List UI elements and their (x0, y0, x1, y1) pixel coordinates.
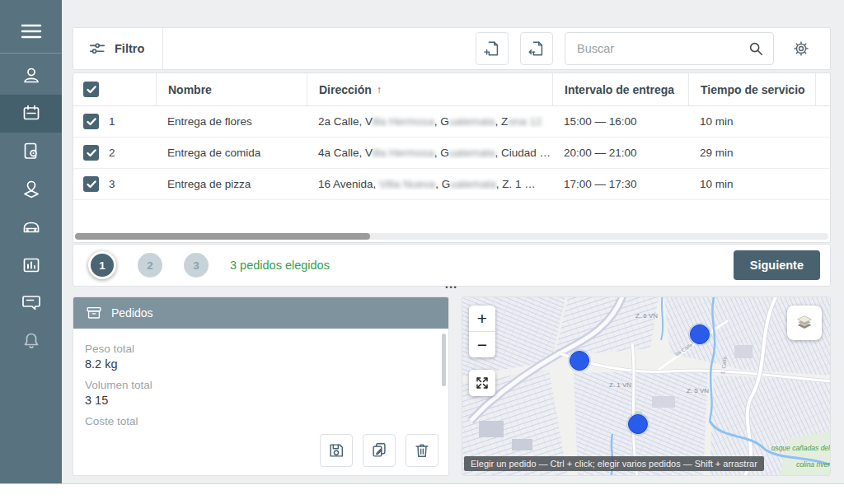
zoom-in-button[interactable]: + (469, 306, 495, 331)
sort-asc-icon: ↑ (377, 83, 382, 96)
trash-icon (413, 441, 431, 460)
check-icon (87, 86, 96, 94)
order-service-time: 29 min (688, 147, 815, 159)
table-header: Nombre Dirección ↑ Intervalo de entrega … (73, 73, 830, 106)
column-header-name[interactable]: Nombre (156, 73, 307, 105)
order-interval: 17:00 — 17:30 (552, 178, 688, 190)
order-service-time: 10 min (688, 178, 815, 190)
order-address: 16 Avenida, Villa Nueva, Guatemala, Z. 1… (307, 178, 552, 190)
zoom-out-button[interactable]: − (469, 332, 495, 357)
sidebar-item-notifications[interactable] (0, 322, 62, 360)
order-name: Entrega de pizza (156, 178, 307, 190)
orders-icon (21, 103, 42, 124)
row-number: 2 (109, 147, 115, 159)
order-address: 4a Calle, Villa Hermosa, Guatemala, Ciud… (307, 147, 552, 159)
chat-icon (21, 292, 42, 314)
table-row[interactable]: 1 Entrega de flores 2a Calle, Villa Herm… (73, 106, 830, 138)
column-header-address[interactable]: Dirección ↑ (307, 73, 552, 105)
search-input[interactable] (565, 32, 774, 65)
zoom-control: + − (469, 306, 495, 357)
field-label: Coste total (85, 415, 437, 427)
layers-button[interactable] (787, 306, 822, 340)
map-label-green1: osque cañadas del (771, 444, 831, 452)
document-import-icon (528, 40, 546, 58)
scrollbar-thumb[interactable] (75, 233, 370, 240)
panel-header: Pedidos (73, 297, 448, 329)
table-row[interactable]: 3 Entrega de pizza 16 Avenida, Villa Nue… (73, 169, 830, 200)
field-label: Peso total (85, 343, 437, 355)
order-marker[interactable] (690, 324, 710, 344)
person-icon (21, 65, 42, 86)
copy-edit-icon (370, 441, 388, 460)
field-value: 3 15 (85, 394, 437, 408)
panel-title: Pedidos (111, 306, 153, 320)
expand-icon (475, 376, 490, 390)
order-interval: 15:00 — 16:00 (552, 115, 688, 128)
horizontal-scrollbar[interactable] (75, 233, 828, 240)
map-pin-icon (21, 179, 42, 200)
toolbar: Filtro (73, 27, 831, 70)
column-header-interval[interactable]: Intervalo de entrega (552, 73, 688, 105)
splitter-handle[interactable]: ••• (435, 283, 468, 292)
order-address: 2a Calle, Villa Hermosa, Guatemala, Zona… (307, 115, 552, 128)
sidebar-item-vehicles[interactable] (0, 208, 62, 246)
field-label: Volumen total (85, 379, 437, 391)
order-service-time: 10 min (688, 115, 815, 128)
sidebar-item-analytics[interactable] (0, 246, 62, 284)
step-3[interactable]: 3 (184, 253, 209, 278)
row-checkbox[interactable] (83, 114, 99, 129)
duplicate-button[interactable] (363, 434, 396, 467)
step-2[interactable]: 2 (138, 253, 162, 278)
order-name: Entrega de comida (156, 147, 307, 159)
selection-status: 3 pedidos elegidos (230, 259, 330, 272)
panel-scrollbar[interactable] (442, 334, 446, 386)
filter-button[interactable]: Filtro (73, 28, 163, 69)
row-checkbox[interactable] (83, 176, 99, 192)
select-all-checkbox[interactable] (83, 82, 99, 97)
hamburger-icon (20, 22, 43, 40)
sidebar-item-messages[interactable] (0, 284, 62, 322)
map-label-green2: colina river (796, 460, 831, 469)
column-header-service[interactable]: Tiempo de servicio (688, 73, 815, 105)
sidebar-item-orders[interactable] (0, 95, 62, 133)
map-hint: Elegir un pedido — Ctrl + click; elegir … (464, 456, 764, 471)
app-root: Filtro (0, 0, 844, 484)
settings-button[interactable] (785, 33, 817, 64)
document-pin-icon (21, 141, 42, 162)
search-box (565, 32, 774, 65)
upload-orders-button[interactable] (520, 32, 553, 65)
search-icon (748, 40, 764, 57)
import-orders-button[interactable] (476, 32, 509, 65)
field-value: 8.2 kg (85, 357, 437, 371)
check-icon (87, 118, 96, 126)
order-interval: 20:00 — 21:00 (552, 147, 688, 159)
delete-button[interactable] (406, 434, 438, 467)
map-canvas: Z. 6 VN Z. 1 VN Z. 5 VN 8a Calle 1. Call… (462, 297, 831, 476)
sidebar-item-zones[interactable] (0, 170, 62, 208)
order-marker[interactable] (628, 414, 648, 434)
sidebar (0, 0, 62, 484)
sidebar-item-clients[interactable] (0, 57, 62, 95)
row-checkbox[interactable] (83, 145, 99, 161)
save-button[interactable] (320, 434, 353, 467)
table-row[interactable]: 2 Entrega de comida 4a Calle, Villa Herm… (73, 138, 830, 169)
map[interactable]: Z. 6 VN Z. 1 VN Z. 5 VN 8a Calle 1. Call… (462, 296, 831, 476)
sliders-icon (88, 40, 106, 58)
bar-chart-icon (21, 254, 42, 276)
document-add-icon (483, 40, 501, 58)
next-button[interactable]: Siguiente (734, 250, 820, 280)
order-name: Entrega de flores (156, 115, 307, 128)
map-label-z6: Z. 6 VN (635, 312, 658, 320)
fullscreen-button[interactable] (469, 370, 495, 396)
filter-label: Filtro (115, 42, 144, 55)
columns-menu-button[interactable]: ⋮ (815, 73, 832, 105)
sidebar-item-documents[interactable] (0, 133, 62, 170)
menu-button[interactable] (0, 12, 62, 51)
row-number: 3 (109, 178, 115, 190)
check-icon (87, 180, 96, 189)
step-1[interactable]: 1 (88, 251, 116, 279)
order-marker[interactable] (570, 351, 589, 371)
map-label-z5: Z. 5 VN (687, 387, 709, 394)
save-icon (327, 441, 345, 460)
car-icon (21, 217, 42, 238)
